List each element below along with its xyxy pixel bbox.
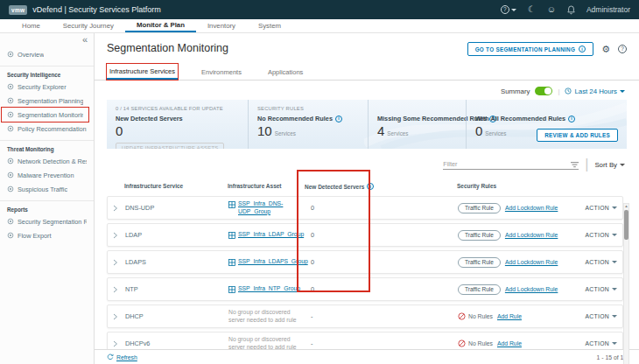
infrastructure-service-name: DHCPv6: [125, 340, 228, 347]
scrollbar-thumb[interactable]: [624, 210, 628, 240]
sidebar-group: Overview: [0, 47, 94, 61]
summary-toggle[interactable]: [535, 87, 552, 95]
action-dropdown[interactable]: ACTION: [568, 259, 619, 265]
add-rule-link[interactable]: Add Rule: [497, 313, 522, 319]
feedback-smiley-icon[interactable]: ☺: [547, 5, 556, 14]
col-infrastructure-service[interactable]: Infrastructure Service: [124, 183, 228, 190]
expand-row-chevron-icon[interactable]: [111, 313, 125, 320]
refresh-link[interactable]: Refresh: [107, 354, 137, 360]
missing-rules-value: 4: [377, 124, 384, 137]
new-detected-servers-count: 0: [305, 231, 381, 239]
user-menu[interactable]: Administrator: [586, 5, 630, 14]
card-missing-some-rules: Missing Some Recommended Rulesi 4Service…: [368, 100, 466, 149]
info-icon[interactable]: i: [335, 116, 342, 122]
segmentation-monitoring-icon: [7, 111, 14, 118]
expand-row-chevron-icon[interactable]: [111, 340, 125, 347]
no-rules-indicator: No Rules: [458, 340, 493, 347]
network-detection-icon: [7, 158, 14, 164]
add-rule-link[interactable]: Add Rule: [497, 340, 522, 346]
overview-icon: [7, 51, 14, 58]
action-dropdown[interactable]: ACTION: [568, 340, 619, 346]
add-lockdown-rule-link[interactable]: Add Lockdown Rule: [505, 259, 558, 265]
sidebar-item-malware-prevention[interactable]: Malware Prevention: [0, 168, 94, 182]
infrastructure-service-name: DHCP: [125, 312, 228, 320]
tab-applications[interactable]: Applications: [265, 64, 305, 80]
info-icon[interactable]: i: [367, 183, 374, 190]
card-eyebrow: 0 / 14 SERVICES AVAILABLE FOR UPDATE: [116, 106, 239, 113]
sidebar-item-segmentation-monitoring[interactable]: Segmentation Monitoring: [2, 108, 88, 122]
add-lockdown-rule-link[interactable]: Add Lockdown Rule: [505, 205, 558, 211]
filter-icon[interactable]: [571, 162, 579, 168]
new-detected-servers-count: 0: [305, 285, 381, 293]
expand-row-chevron-icon[interactable]: [111, 205, 125, 212]
sidebar-item-policy-recommendations[interactable]: Policy Recommendations: [0, 122, 94, 136]
suspicious-traffic-icon: [7, 186, 14, 192]
tab-infrastructure-services[interactable]: Infrastructure Services: [107, 64, 178, 80]
group-icon: [228, 232, 235, 239]
infrastructure-asset-link[interactable]: SSP_Infra_NTP_Group: [228, 285, 300, 293]
action-dropdown[interactable]: ACTION: [568, 205, 619, 211]
add-lockdown-rule-link[interactable]: Add Lockdown Rule: [505, 232, 558, 238]
infrastructure-asset-link[interactable]: SSP_Infra_DNS-UDP_Group: [228, 200, 300, 215]
summary-label: Summary: [501, 88, 530, 95]
sidebar-item-security-segmentation-r[interactable]: Security Segmentation R...: [0, 214, 94, 228]
action-dropdown[interactable]: ACTION: [568, 313, 619, 319]
nav-item-monitor-plan[interactable]: Monitor & Plan: [125, 19, 196, 32]
infrastructure-service-name: LDAP: [125, 231, 228, 239]
expand-row-chevron-icon[interactable]: [111, 286, 125, 293]
sidebar-item-segmentation-planning[interactable]: Segmentation Planning: [0, 94, 94, 108]
chevron-down-icon: [612, 342, 617, 345]
table-row: LDAP SSP_Infra_LDAP_Group 0 Traffic Rule…: [107, 223, 623, 247]
nav-item-home[interactable]: Home: [11, 19, 52, 32]
col-security-rules[interactable]: Security Rules: [380, 183, 569, 190]
security-explorer-icon: [7, 83, 14, 90]
sidebar-item-security-explorer[interactable]: Security Explorer: [0, 80, 94, 94]
time-range-dropdown[interactable]: Last 24 Hours: [565, 88, 625, 95]
nav-item-inventory[interactable]: Inventory: [196, 19, 247, 32]
expand-row-chevron-icon[interactable]: [111, 259, 125, 266]
col-new-detected-servers[interactable]: New Detected Serversi: [305, 183, 380, 190]
infrastructure-service-name: LDAPS: [125, 258, 228, 266]
infrastructure-asset-link[interactable]: SSP_Infra_LDAP_Group: [228, 231, 300, 239]
page-help-icon[interactable]: ?: [618, 45, 627, 53]
sidebar-item-flow-export[interactable]: Flow Export: [0, 228, 94, 242]
sidebar-item-network-detection-res[interactable]: Network Detection & Res...: [0, 154, 94, 168]
help-menu[interactable]: ?: [501, 5, 516, 14]
update-infrastructure-assets-button[interactable]: UPDATE INFRASTRUCTURE ASSETS: [116, 143, 224, 150]
new-detected-servers-count: -: [305, 312, 381, 320]
asset-note: No group or discovered server needed to …: [228, 309, 300, 325]
notifications-bell-icon[interactable]: [567, 5, 575, 15]
sort-by-dropdown[interactable]: Sort By: [594, 161, 625, 169]
filter-box: [443, 160, 579, 170]
go-to-segmentation-planning-button[interactable]: GO TO SEGMENTATION PLANNING i: [467, 42, 593, 56]
sidebar-group-title: Security Intelligence: [0, 66, 94, 80]
col-infrastructure-asset[interactable]: Infrastructure Asset: [228, 183, 305, 190]
add-lockdown-rule-link[interactable]: Add Lockdown Rule: [505, 286, 558, 292]
vmware-logo[interactable]: vmw: [9, 5, 27, 15]
nav-item-system[interactable]: System: [247, 19, 292, 32]
traffic-rule-badge: Traffic Rule: [458, 203, 501, 214]
collapse-sidebar-icon[interactable]: «: [82, 34, 88, 45]
info-icon[interactable]: i: [568, 116, 575, 122]
chevron-down-icon: [612, 206, 617, 209]
sidebar-item-overview[interactable]: Overview: [0, 47, 94, 61]
action-dropdown[interactable]: ACTION: [568, 232, 619, 238]
table-row: LDAPS SSP_Infra_LDAPS_Group 0 Traffic Ru…: [107, 250, 623, 274]
chevron-down-icon: [612, 234, 617, 236]
vertical-scrollbar[interactable]: ▲ ▼: [623, 203, 629, 364]
action-dropdown[interactable]: ACTION: [568, 286, 619, 292]
sidebar-item-suspicious-traffic[interactable]: Suspicious Traffic: [0, 182, 94, 196]
tab-environments[interactable]: Environments: [199, 64, 244, 80]
scroll-up-arrow[interactable]: ▲: [624, 204, 628, 209]
nav-item-security-journey[interactable]: Security Journey: [52, 19, 125, 32]
settings-gear-icon[interactable]: ⚙: [601, 45, 610, 54]
chevron-down-icon: [620, 90, 625, 93]
filter-input[interactable]: [443, 160, 561, 168]
infrastructure-asset-link[interactable]: SSP_Infra_LDAPS_Group: [228, 258, 300, 266]
table-row: DNS-UDP SSP_Infra_DNS-UDP_Group 0 Traffi…: [107, 196, 623, 220]
dark-mode-moon-icon[interactable]: ☾: [528, 5, 536, 14]
no-rules-indicator: No Rules: [458, 312, 493, 320]
review-add-rules-button[interactable]: REVIEW & ADD RULES: [537, 129, 618, 142]
page-title: Segmentation Monitoring: [107, 42, 228, 54]
expand-row-chevron-icon[interactable]: [111, 232, 125, 239]
